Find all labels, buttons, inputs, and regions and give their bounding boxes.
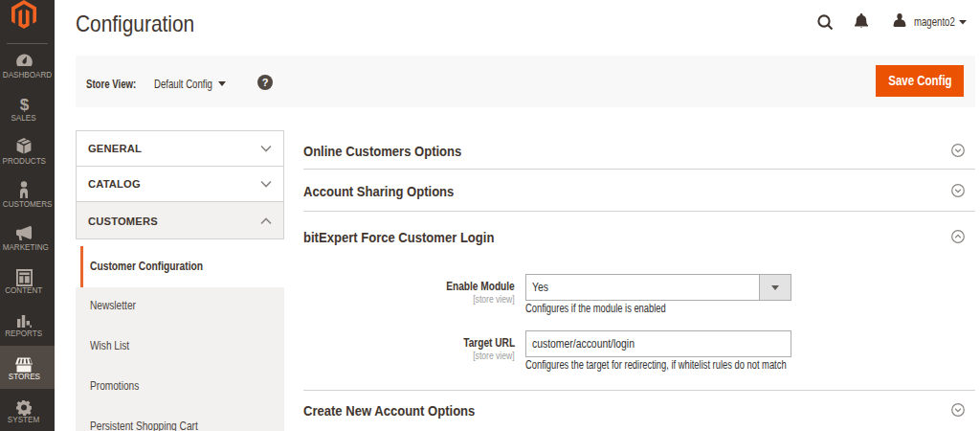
- svg-text:$: $: [19, 96, 29, 114]
